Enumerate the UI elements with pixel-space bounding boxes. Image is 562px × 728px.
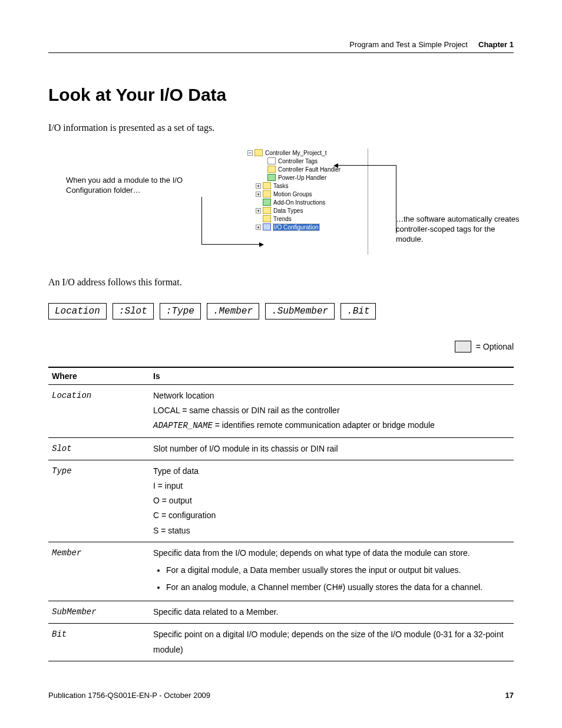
tree-branch: Data Types	[273, 207, 303, 214]
header-chapter: Chapter 1	[478, 40, 514, 49]
format-part: Location	[48, 303, 107, 319]
cell-is: Specific data related to a Member.	[150, 601, 514, 624]
cell-is: Specific point on a digital I/O module; …	[150, 624, 514, 661]
col-where: Where	[48, 367, 150, 385]
tree-branch: Add-On Instructions	[273, 199, 325, 206]
cell-is: Network locationLOCAL = same chassis or …	[150, 385, 514, 438]
format-part: .Bit	[340, 303, 376, 319]
tree-root: Controller My_Project_t	[265, 150, 326, 156]
tree-branch: Trends	[273, 216, 292, 222]
publication-id: Publication 1756-QS001E-EN-P - October 2…	[48, 691, 210, 700]
header-title: Program and Test a Simple Project	[349, 40, 468, 49]
address-format: Location :Slot :Type .Member .SubMember …	[48, 303, 514, 319]
cell-where: Bit	[48, 624, 150, 661]
format-intro: An I/O address follows this format.	[48, 277, 514, 288]
format-part: .SubMember	[265, 303, 335, 319]
tree-item: Controller Tags	[278, 158, 318, 164]
table-row: BitSpecific point on a digital I/O modul…	[48, 624, 514, 661]
io-diagram: When you add a module to the I/O Configu…	[48, 149, 514, 255]
table-row: TypeType of dataI = inputO = outputC = c…	[48, 460, 514, 542]
cell-where: Member	[48, 542, 150, 601]
cell-where: SubMember	[48, 601, 150, 624]
cell-is: Slot number of I/O module in its chassis…	[150, 437, 514, 460]
project-tree: −Controller My_Project_t Controller Tags…	[247, 149, 368, 255]
tree-item: Power-Up Handler	[278, 174, 326, 181]
table-row: SubMemberSpecific data related to a Memb…	[48, 601, 514, 624]
table-row: LocationNetwork locationLOCAL = same cha…	[48, 385, 514, 438]
col-is: Is	[150, 367, 514, 385]
diagram-left-caption: When you add a module to the I/O Configu…	[48, 149, 201, 196]
cell-is: Type of dataI = inputO = outputC = confi…	[150, 460, 514, 542]
cell-is: Specific data from the I/O module; depen…	[150, 542, 514, 601]
page-number: 17	[505, 691, 514, 700]
where-is-table: Where Is LocationNetwork locationLOCAL =…	[48, 367, 514, 661]
table-row: MemberSpecific data from the I/O module;…	[48, 542, 514, 601]
section-heading: Look at Your I/O Data	[48, 85, 514, 105]
tree-item: Controller Fault Handler	[278, 166, 340, 173]
page-footer: Publication 1756-QS001E-EN-P - October 2…	[48, 691, 514, 700]
cell-where: Slot	[48, 437, 150, 460]
format-part: .Member	[207, 303, 259, 319]
intro-text: I/O information is presented as a set of…	[48, 123, 514, 133]
format-part: :Slot	[113, 303, 154, 319]
format-part: :Type	[160, 303, 201, 319]
table-row: SlotSlot number of I/O module in its cha…	[48, 437, 514, 460]
cell-where: Type	[48, 460, 150, 542]
tree-branch: Tasks	[273, 183, 289, 189]
optional-legend: = Optional	[48, 341, 514, 353]
tree-branch: Motion Groups	[273, 191, 312, 197]
cell-where: Location	[48, 385, 150, 438]
optional-label: = Optional	[476, 342, 514, 351]
optional-swatch	[455, 341, 471, 353]
diagram-right-caption: …the software automatically creates cont…	[396, 215, 520, 245]
page-header: Program and Test a Simple Project Chapte…	[48, 40, 514, 53]
tree-branch-selected: I/O Configuration	[273, 224, 319, 230]
